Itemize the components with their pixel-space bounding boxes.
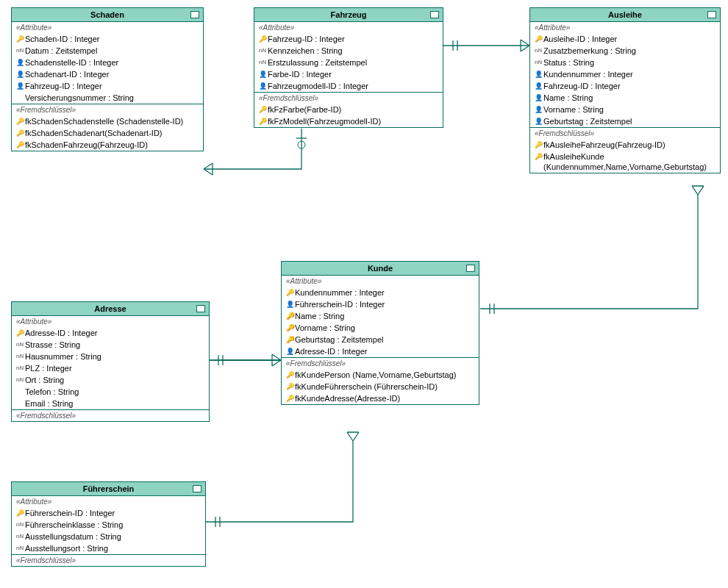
stereotype-attribute: «Attribute» bbox=[12, 22, 203, 33]
attribute-text: Kundennummer : Integer bbox=[543, 69, 717, 79]
stereotype-attribute: «Attribute» bbox=[12, 316, 209, 327]
attribute-text: Schadenstelle-ID : Integer bbox=[25, 57, 200, 68]
fkcol-icon: 👤 bbox=[15, 81, 25, 91]
attribute-row: 👤Vorname : String bbox=[530, 104, 720, 115]
attribute-row: Telefon : String bbox=[12, 386, 209, 398]
attribute-row: nNDatum : Zeitstempel bbox=[12, 45, 203, 57]
entity-header: Führerschein bbox=[12, 482, 205, 496]
entity-kunde[interactable]: Kunde «Attribute» 🔑Kundennummer : Intege… bbox=[281, 261, 479, 405]
attribute-text: PLZ : Integer bbox=[25, 363, 206, 373]
attr-list-fahrzeug: 🔑Fahrzeug-ID : IntegernNKennzeichen : St… bbox=[254, 33, 443, 92]
key-icon: 🔑 bbox=[285, 287, 295, 298]
attribute-row: nNFührerscheinklasse : String bbox=[12, 519, 205, 531]
attribute-row: 🔑Adresse-ID : Integer bbox=[12, 327, 209, 339]
fk-icon: 🔑 bbox=[257, 104, 268, 115]
attribute-row: 👤Schadenstelle-ID : Integer bbox=[12, 57, 203, 68]
attribute-row: nNStrasse : String bbox=[12, 339, 209, 351]
fkcol-icon: 👤 bbox=[257, 69, 268, 79]
attribute-row: Email : String bbox=[12, 398, 209, 409]
collapse-icon bbox=[466, 265, 475, 272]
fkcol-icon: 👤 bbox=[15, 69, 25, 79]
fk-list-fahrzeug: 🔑fkFzFarbe(Farbe-ID)🔑fkFzModell(Fahrzeug… bbox=[254, 104, 443, 127]
attribute-text: Fahrzeug-ID : Integer bbox=[25, 81, 200, 91]
attribute-text: Adresse-ID : Integer bbox=[295, 346, 476, 356]
fk-row: 🔑fkKundePerson (Name,Vorname,Geburtstag) bbox=[282, 369, 479, 381]
entity-header: Adresse bbox=[12, 302, 209, 316]
attribute-row: 🔑Geburtstag : Zeitstempel bbox=[282, 334, 479, 345]
attribute-row: 👤Farbe-ID : Integer bbox=[254, 68, 443, 80]
fk-icon: 🔑 bbox=[533, 151, 543, 162]
fk-row: 🔑fkSchadenFahrzeug(Fahrzeug-ID) bbox=[12, 139, 203, 151]
notnull-icon: nN bbox=[15, 375, 25, 385]
entity-fuehrerschein[interactable]: Führerschein «Attribute» 🔑Führerschein-I… bbox=[11, 481, 206, 567]
attribute-row: 👤Führerschein-ID : Integer bbox=[282, 298, 479, 310]
attribute-text: Zusatzbemerkung : String bbox=[543, 46, 717, 56]
attribute-text: Hausnummer : String bbox=[25, 351, 206, 362]
notnull-icon: nN bbox=[15, 543, 25, 553]
attribute-row: 🔑Fahrzeug-ID : Integer bbox=[254, 33, 443, 45]
fk-row: 🔑fkAusleiheKunde (Kundennummer,Name,Vorn… bbox=[530, 151, 720, 173]
fk-row: 🔑fkFzModell(Fahrzeugmodell-ID) bbox=[254, 115, 443, 127]
stereotype-fk: «Fremdschlüssel» bbox=[530, 128, 720, 139]
notnull-icon: nN bbox=[15, 531, 25, 542]
notnull-icon: nN bbox=[257, 57, 268, 68]
key-double-icon: 🔑 bbox=[285, 323, 295, 333]
attribute-text: Geburtstag : Zeitstempel bbox=[543, 116, 717, 126]
stereotype-fk: «Fremdschlüssel» bbox=[12, 104, 203, 115]
stereotype-attribute: «Attribute» bbox=[254, 22, 443, 33]
attribute-text: Farbe-ID : Integer bbox=[268, 69, 440, 79]
attribute-row: 👤Schadenart-ID : Integer bbox=[12, 68, 203, 80]
key-double-icon: 🔑 bbox=[285, 311, 295, 321]
fk-text: fkKundeFührerschein (Führerschein-ID) bbox=[295, 381, 476, 392]
attribute-row: nNHausnummer : String bbox=[12, 351, 209, 362]
attribute-row: 👤Fahrzeugmodell-ID : Integer bbox=[254, 80, 443, 92]
entity-fahrzeug[interactable]: Fahrzeug «Attribute» 🔑Fahrzeug-ID : Inte… bbox=[254, 7, 443, 128]
fk-list-schaden: 🔑fkSchadenSchadenstelle (Schadenstelle-I… bbox=[12, 115, 203, 151]
attribute-text: Geburtstag : Zeitstempel bbox=[295, 334, 476, 345]
attribute-row: 🔑Ausleihe-ID : Integer bbox=[530, 33, 720, 45]
fk-icon: 🔑 bbox=[15, 140, 25, 150]
entity-title: Ausleihe bbox=[608, 10, 642, 19]
entity-adresse[interactable]: Adresse «Attribute» 🔑Adresse-ID : Intege… bbox=[11, 301, 210, 422]
attribute-text: Strasse : String bbox=[25, 340, 206, 350]
attribute-text: Status : String bbox=[543, 57, 717, 68]
entity-schaden[interactable]: Schaden «Attribute» 🔑Schaden-ID : Intege… bbox=[11, 7, 204, 151]
attribute-row: 👤Adresse-ID : Integer bbox=[282, 345, 479, 357]
attribute-text: Ausstellungsdatum : String bbox=[25, 531, 202, 542]
attribute-row: nNAusstellungsdatum : String bbox=[12, 531, 205, 542]
key-icon: 🔑 bbox=[257, 34, 268, 44]
attribute-row: 👤Fahrzeug-ID : Integer bbox=[530, 80, 720, 92]
fk-list-kunde: 🔑fkKundePerson (Name,Vorname,Geburtstag)… bbox=[282, 369, 479, 404]
attribute-row: 👤Fahrzeug-ID : Integer bbox=[12, 80, 203, 92]
key-icon: 🔑 bbox=[15, 34, 25, 44]
attribute-text: Versicherungsnummer : String bbox=[25, 93, 200, 103]
attr-list-fuehrerschein: 🔑Führerschein-ID : IntegernNFührerschein… bbox=[12, 507, 205, 554]
entity-header: Kunde bbox=[282, 262, 479, 276]
fkcol-icon: 👤 bbox=[285, 299, 295, 309]
collapse-icon bbox=[707, 11, 716, 18]
entity-ausleihe[interactable]: Ausleihe «Attribute» 🔑Ausleihe-ID : Inte… bbox=[529, 7, 721, 173]
entity-title: Führerschein bbox=[83, 484, 135, 493]
fkcol-icon: 👤 bbox=[533, 104, 543, 115]
attribute-text: Fahrzeug-ID : Integer bbox=[543, 81, 717, 91]
attribute-text: Telefon : String bbox=[25, 387, 206, 397]
fk-text: fkFzFarbe(Farbe-ID) bbox=[268, 104, 440, 115]
fk-icon: 🔑 bbox=[15, 128, 25, 138]
notnull-icon: nN bbox=[533, 57, 543, 68]
attr-list-adresse: 🔑Adresse-ID : IntegernNStrasse : Stringn… bbox=[12, 327, 209, 409]
attribute-text: Ort : String bbox=[25, 375, 206, 385]
entity-header: Ausleihe bbox=[530, 8, 720, 22]
stereotype-attribute: «Attribute» bbox=[282, 276, 479, 287]
stereotype-fk: «Fremdschlüssel» bbox=[254, 93, 443, 104]
fk-icon: 🔑 bbox=[285, 381, 295, 392]
fk-text: fkFzModell(Fahrzeugmodell-ID) bbox=[268, 116, 440, 126]
key-icon: 🔑 bbox=[533, 34, 543, 44]
attribute-row: nNKennzeichen : String bbox=[254, 45, 443, 57]
attr-list-kunde: 🔑Kundennummer : Integer👤Führerschein-ID … bbox=[282, 287, 479, 357]
attribute-row: nNErstzulassung : Zeitstempel bbox=[254, 57, 443, 68]
fkcol-icon: 👤 bbox=[285, 346, 295, 356]
attribute-row: 🔑Vorname : String bbox=[282, 322, 479, 334]
attribute-text: Ausstellungsort : String bbox=[25, 543, 202, 553]
attribute-text: Kundennummer : Integer bbox=[295, 287, 476, 298]
attribute-text: Fahrzeug-ID : Integer bbox=[268, 34, 440, 44]
